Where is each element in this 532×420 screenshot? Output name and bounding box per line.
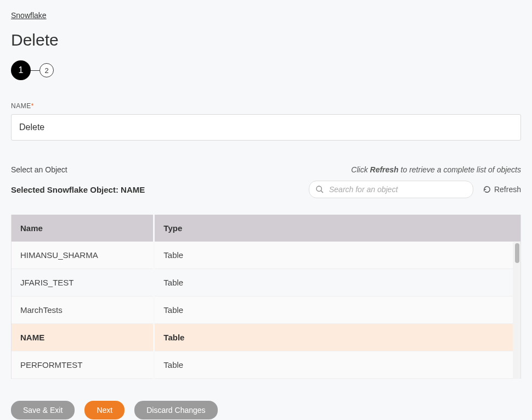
next-button[interactable]: Next bbox=[84, 401, 124, 419]
refresh-icon bbox=[483, 186, 491, 193]
step-connector bbox=[31, 70, 39, 71]
scrollbar-thumb[interactable] bbox=[515, 243, 519, 263]
object-table-wrap: Name Type HIMANSU_SHARMATableJFARIS_TEST… bbox=[11, 215, 521, 379]
save-exit-button[interactable]: Save & Exit bbox=[11, 401, 75, 419]
col-header-name[interactable]: Name bbox=[12, 215, 154, 242]
selected-object: Selected Snowflake Object: NAME bbox=[11, 185, 145, 194]
cell-type: Table bbox=[154, 351, 520, 379]
svg-line-1 bbox=[321, 191, 323, 193]
cell-type: Table bbox=[154, 296, 520, 324]
cell-name: MarchTests bbox=[12, 296, 154, 324]
page-title: Delete bbox=[11, 31, 521, 49]
select-object-label: Select an Object bbox=[11, 165, 67, 174]
breadcrumb-snowflake[interactable]: Snowflake bbox=[11, 11, 47, 20]
cell-type: Table bbox=[154, 242, 520, 269]
col-header-type[interactable]: Type bbox=[154, 215, 520, 242]
search-input[interactable] bbox=[309, 181, 473, 198]
table-row[interactable]: NAMETable bbox=[12, 324, 520, 351]
step-2[interactable]: 2 bbox=[39, 63, 54, 77]
search-icon bbox=[315, 185, 324, 194]
cell-name: JFARIS_TEST bbox=[12, 269, 154, 296]
refresh-label: Refresh bbox=[494, 185, 521, 194]
discard-button[interactable]: Discard Changes bbox=[134, 401, 217, 419]
table-row[interactable]: PERFORMTESTTable bbox=[12, 351, 520, 379]
refresh-hint: Click Refresh to retrieve a complete lis… bbox=[351, 165, 521, 174]
scrollbar-track[interactable] bbox=[513, 242, 520, 379]
name-input[interactable] bbox=[11, 114, 521, 141]
stepper: 1 2 bbox=[11, 60, 521, 80]
cell-type: Table bbox=[154, 269, 520, 296]
cell-name: HIMANSU_SHARMA bbox=[12, 242, 154, 269]
table-row[interactable]: MarchTestsTable bbox=[12, 296, 520, 324]
svg-point-0 bbox=[316, 186, 321, 191]
footer-buttons: Save & Exit Next Discard Changes bbox=[11, 401, 521, 419]
object-table: Name Type HIMANSU_SHARMATableJFARIS_TEST… bbox=[12, 215, 520, 379]
refresh-button[interactable]: Refresh bbox=[483, 185, 521, 194]
step-1[interactable]: 1 bbox=[11, 60, 31, 80]
cell-name: NAME bbox=[12, 324, 154, 351]
name-label: NAME* bbox=[11, 102, 521, 110]
table-row[interactable]: JFARIS_TESTTable bbox=[12, 269, 520, 296]
cell-name: PERFORMTEST bbox=[12, 351, 154, 379]
cell-type: Table bbox=[154, 324, 520, 351]
table-row[interactable]: HIMANSU_SHARMATable bbox=[12, 242, 520, 269]
